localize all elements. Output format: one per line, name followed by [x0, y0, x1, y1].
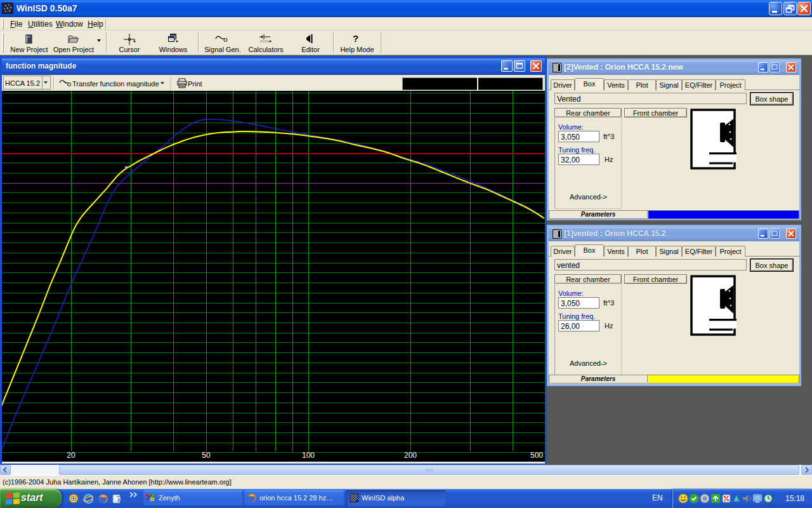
svg-text:200: 200 [404, 451, 417, 460]
svg-text:50: 50 [202, 451, 211, 460]
svg-text:100: 100 [302, 451, 315, 460]
svg-text:20: 20 [67, 451, 75, 460]
svg-text:500: 500 [530, 451, 543, 460]
